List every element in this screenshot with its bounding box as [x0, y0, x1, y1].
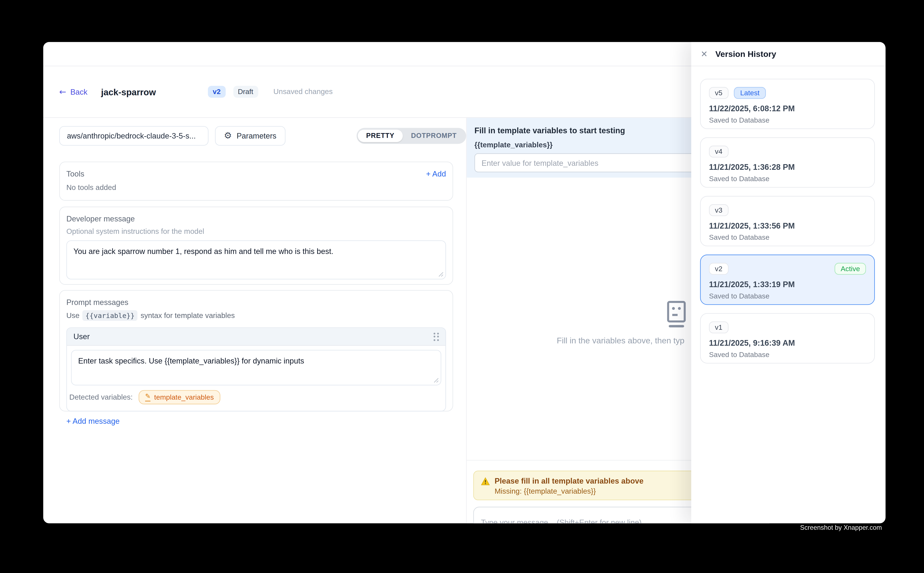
tools-title: Tools [66, 169, 85, 178]
message-header: User [67, 328, 446, 346]
version-status: Saved to Database [709, 233, 866, 241]
warning-title: Please fill in all template variables ab… [494, 477, 643, 485]
version-status: Saved to Database [709, 116, 866, 124]
draft-badge: Draft [233, 86, 258, 98]
editor-column: aws/anthropic/bedrock-claude-3-5-s... ⚙ … [59, 118, 453, 412]
add-message-button[interactable]: + Add message [66, 417, 446, 426]
version-status: Saved to Database [709, 175, 866, 183]
robot-icon [665, 300, 687, 329]
version-timestamp: 11/22/2025, 6:08:12 PM [709, 104, 866, 113]
variable-syntax-chip: {{variable}} [83, 310, 138, 321]
version-number-badge: v4 [709, 146, 728, 157]
version-card-v4[interactable]: v4 11/21/2025, 1:36:28 PM Saved to Datab… [700, 137, 875, 188]
prompt-message-block: User Enter task specifics. Use {{templat… [66, 327, 446, 412]
drag-handle-icon[interactable] [433, 332, 439, 341]
empty-state-text: Fill in the variables above, then typ [557, 336, 684, 345]
app-window: ← Back jack-sparrow v2 Draft Unsaved cha… [43, 42, 886, 523]
user-message-textarea[interactable]: Enter task specifics. Use {{template_var… [71, 350, 441, 385]
version-history-panel: ✕ Version History v5 Latest 11/22/2025, … [691, 42, 886, 523]
version-history-header: ✕ Version History [691, 42, 886, 66]
version-list: v5 Latest 11/22/2025, 6:08:12 PM Saved t… [691, 66, 886, 363]
hint-prefix: Use [66, 312, 80, 320]
model-select-value: aws/anthropic/bedrock-claude-3-5-s... [67, 132, 196, 140]
parameters-button[interactable]: ⚙ Parameters [215, 126, 286, 146]
parameters-label: Parameters [237, 132, 276, 140]
latest-badge: Latest [734, 87, 766, 99]
prompt-messages-card: Prompt messages Use {{variable}} syntax … [59, 290, 453, 412]
back-arrow-icon: ← [59, 88, 66, 96]
version-number-badge: v5 [709, 87, 728, 99]
developer-message-card: Developer message Optional system instru… [59, 207, 453, 285]
version-status: Saved to Database [709, 292, 866, 300]
detected-variables-row: Detected variables: ✎ template_variables [67, 385, 446, 411]
template-variable-badge[interactable]: ✎ template_variables [139, 390, 220, 404]
role-select[interactable]: User [74, 332, 89, 341]
developer-message-textarea[interactable]: You are jack sparrow number 1, respond a… [66, 240, 446, 279]
hint-suffix: syntax for template variables [141, 312, 235, 320]
version-card-v3[interactable]: v3 11/21/2025, 1:33:56 PM Saved to Datab… [700, 196, 875, 246]
version-card-v1[interactable]: v1 11/21/2025, 9:16:39 AM Saved to Datab… [700, 313, 875, 363]
detected-variables-label: Detected variables: [69, 393, 133, 401]
prompt-messages-title: Prompt messages [66, 298, 446, 307]
variable-name: template_variables [154, 393, 214, 401]
version-number-badge: v2 [709, 263, 728, 274]
version-history-title: Version History [715, 49, 776, 59]
page-title: jack-sparrow [101, 87, 156, 97]
close-icon[interactable]: ✕ [701, 50, 708, 58]
toggle-pretty[interactable]: PRETTY [358, 130, 403, 142]
header-badges: v2 Draft Unsaved changes [208, 86, 333, 98]
version-timestamp: 11/21/2025, 1:33:19 PM [709, 280, 866, 289]
gear-icon: ⚙ [224, 132, 232, 140]
screenshot-stage: ← Back jack-sparrow v2 Draft Unsaved cha… [0, 0, 924, 573]
model-select[interactable]: aws/anthropic/bedrock-claude-3-5-s... [59, 126, 209, 146]
prompt-syntax-hint: Use {{variable}} syntax for template var… [66, 310, 446, 321]
developer-message-title: Developer message [66, 214, 446, 223]
add-tool-button[interactable]: + Add [426, 169, 446, 178]
model-toolbar: aws/anthropic/bedrock-claude-3-5-s... ⚙ … [59, 126, 453, 146]
unsaved-changes-text: Unsaved changes [273, 88, 333, 96]
format-toggle: PRETTY DOTPROMPT [356, 128, 466, 144]
version-card-v5[interactable]: v5 Latest 11/22/2025, 6:08:12 PM Saved t… [700, 79, 875, 129]
back-button[interactable]: ← Back [59, 87, 87, 96]
active-badge: Active [835, 263, 866, 274]
version-timestamp: 11/21/2025, 1:36:28 PM [709, 163, 866, 172]
version-card-v2[interactable]: v2 Active 11/21/2025, 1:33:19 PM Saved t… [700, 255, 875, 305]
toggle-dotprompt[interactable]: DOTPROMPT [403, 130, 465, 142]
watermark-text: Screenshot by Xnapper.com [800, 524, 882, 531]
role-select-value: User [74, 332, 89, 341]
version-number-badge: v1 [709, 321, 728, 333]
tools-empty-text: No tools added [66, 183, 446, 192]
version-timestamp: 11/21/2025, 9:16:39 AM [709, 338, 866, 348]
back-label: Back [71, 87, 88, 96]
pencil-icon: ✎ [145, 393, 151, 401]
developer-message-subtitle: Optional system instructions for the mod… [66, 227, 446, 235]
warning-icon [481, 477, 490, 485]
version-number-badge: v3 [709, 204, 728, 216]
version-badge: v2 [208, 86, 226, 98]
version-status: Saved to Database [709, 351, 866, 359]
tools-card: Tools + Add No tools added [59, 161, 453, 200]
version-timestamp: 11/21/2025, 1:33:56 PM [709, 221, 866, 230]
